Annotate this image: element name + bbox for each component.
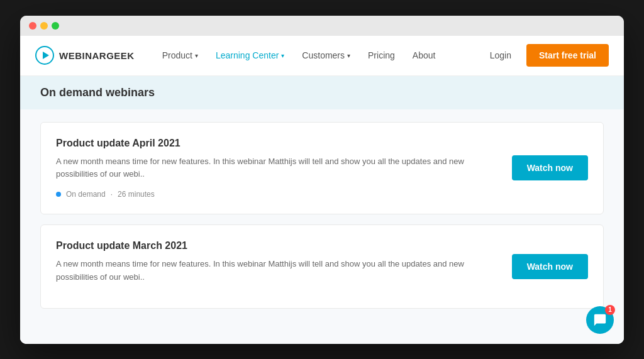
chat-badge: 1 bbox=[605, 305, 615, 315]
browser-window: WEBINARGEEK Product ▾ Learning Center ▾ … bbox=[20, 16, 624, 344]
webinar-info: Product update March 2021 A new month me… bbox=[56, 240, 502, 293]
browser-chrome bbox=[20, 16, 624, 36]
traffic-light-green[interactable] bbox=[52, 22, 59, 30]
nav-label-learning-center: Learning Center bbox=[216, 50, 279, 60]
nav-label-customers: Customers bbox=[302, 50, 345, 60]
watch-now-button[interactable]: Watch now bbox=[512, 254, 588, 279]
watch-now-button[interactable]: Watch now bbox=[512, 155, 588, 180]
chevron-down-icon: ▾ bbox=[195, 52, 198, 59]
webinar-list: Product update April 2021 A new month me… bbox=[20, 109, 624, 321]
webinar-title: Product update March 2021 bbox=[56, 240, 502, 251]
chat-icon bbox=[593, 313, 607, 327]
nav-item-about[interactable]: About bbox=[405, 45, 443, 65]
traffic-light-red[interactable] bbox=[29, 22, 36, 30]
nav-right: Login Start free trial bbox=[480, 44, 609, 67]
nav-item-customers[interactable]: Customers ▾ bbox=[294, 45, 358, 65]
logo-icon bbox=[35, 46, 54, 65]
nav-links: Product ▾ Learning Center ▾ Customers ▾ … bbox=[155, 45, 480, 65]
nav-item-pricing[interactable]: Pricing bbox=[360, 45, 402, 65]
webinar-info: Product update April 2021 A new month me… bbox=[56, 138, 502, 199]
webinar-duration: 26 minutes bbox=[118, 190, 155, 199]
chevron-down-icon: ▾ bbox=[281, 52, 284, 59]
logo-area[interactable]: WEBINARGEEK bbox=[35, 46, 135, 65]
traffic-light-yellow[interactable] bbox=[40, 22, 48, 30]
nav-label-pricing: Pricing bbox=[368, 50, 395, 60]
page-title: On demand webinars bbox=[40, 86, 604, 99]
webinar-meta: On demand · 26 minutes bbox=[56, 190, 502, 199]
page-header: On demand webinars bbox=[20, 76, 624, 109]
logo-text: WEBINARGEEK bbox=[59, 50, 135, 61]
webinar-card: Product update April 2021 A new month me… bbox=[40, 122, 604, 215]
webinar-separator: · bbox=[111, 190, 113, 199]
status-dot-icon bbox=[56, 192, 61, 197]
chevron-down-icon: ▾ bbox=[347, 52, 350, 59]
webinar-description: A new month means time for new features.… bbox=[56, 258, 502, 284]
webinar-description: A new month means time for new features.… bbox=[56, 155, 502, 182]
chat-bubble[interactable]: 1 bbox=[586, 306, 614, 334]
navbar: WEBINARGEEK Product ▾ Learning Center ▾ … bbox=[20, 36, 624, 76]
nav-label-product: Product bbox=[162, 50, 192, 60]
nav-item-product[interactable]: Product ▾ bbox=[155, 45, 206, 65]
main-content: On demand webinars Product update April … bbox=[20, 76, 624, 344]
login-button[interactable]: Login bbox=[480, 45, 521, 65]
nav-item-learning-center[interactable]: Learning Center ▾ bbox=[208, 45, 292, 65]
nav-label-about: About bbox=[413, 50, 436, 60]
webinar-status: On demand bbox=[66, 190, 106, 199]
start-trial-button[interactable]: Start free trial bbox=[526, 44, 609, 67]
browser-content: WEBINARGEEK Product ▾ Learning Center ▾ … bbox=[20, 36, 624, 344]
webinar-title: Product update April 2021 bbox=[56, 138, 502, 149]
webinar-card: Product update March 2021 A new month me… bbox=[40, 224, 604, 309]
